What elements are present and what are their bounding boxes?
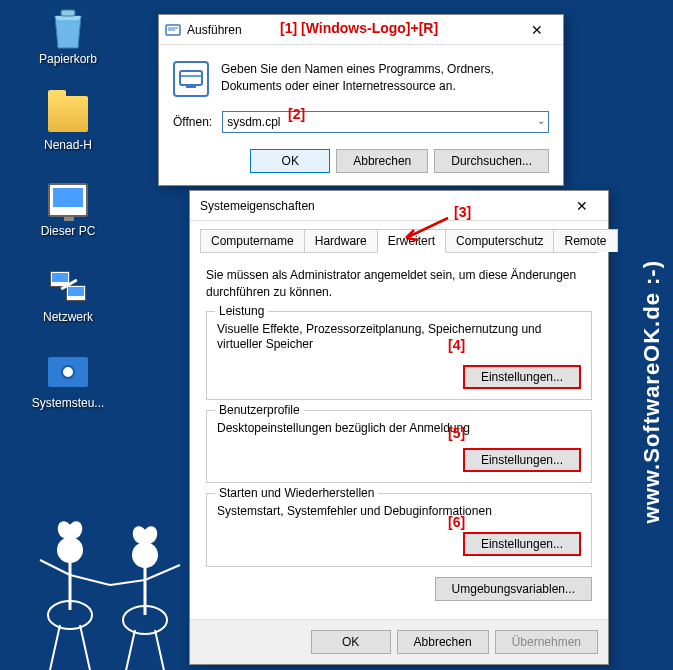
tab-computername[interactable]: Computername bbox=[200, 229, 305, 252]
pc-icon bbox=[48, 180, 88, 220]
cartoon-figures bbox=[20, 510, 210, 670]
startup-desc: Systemstart, Systemfehler und Debuginfor… bbox=[217, 504, 581, 520]
close-button[interactable]: ✕ bbox=[562, 192, 602, 220]
open-label: Öffnen: bbox=[173, 115, 212, 129]
run-window-icon bbox=[165, 22, 181, 38]
system-properties-dialog: Systemeigenschaften ✕ Computername Hardw… bbox=[189, 190, 609, 665]
performance-legend: Leistung bbox=[215, 304, 268, 318]
apply-button[interactable]: Übernehmen bbox=[495, 630, 598, 654]
run-dialog: Ausführen ✕ Geben Sie den Namen eines Pr… bbox=[158, 14, 564, 186]
ok-button[interactable]: OK bbox=[311, 630, 391, 654]
svg-point-3 bbox=[58, 538, 82, 562]
groupbox-startup-recovery: Starten und Wiederherstellen Systemstart… bbox=[206, 493, 592, 567]
performance-settings-button[interactable]: Einstellungen... bbox=[463, 365, 581, 389]
browse-button[interactable]: Durchsuchen... bbox=[434, 149, 549, 173]
desktop-label: Nenad-H bbox=[28, 138, 108, 152]
startup-legend: Starten und Wiederherstellen bbox=[215, 486, 378, 500]
env-variables-button[interactable]: Umgebungsvariablen... bbox=[435, 577, 592, 601]
sys-titlebar[interactable]: Systemeigenschaften ✕ bbox=[190, 191, 608, 221]
profiles-legend: Benutzerprofile bbox=[215, 403, 304, 417]
tab-remote[interactable]: Remote bbox=[553, 229, 617, 252]
ok-button[interactable]: OK bbox=[250, 149, 330, 173]
run-title: Ausführen bbox=[187, 23, 517, 37]
groupbox-user-profiles: Benutzerprofile Desktopeinstellungen bez… bbox=[206, 410, 592, 484]
profiles-desc: Desktopeinstellungen bezüglich der Anmel… bbox=[217, 421, 581, 437]
watermark: www.SoftwareOK.de :-) bbox=[639, 260, 665, 523]
desktop-icon-recycle-bin[interactable]: Papierkorb bbox=[28, 8, 108, 66]
tab-hardware[interactable]: Hardware bbox=[304, 229, 378, 252]
sys-title: Systemeigenschaften bbox=[196, 199, 562, 213]
folder-icon bbox=[48, 94, 88, 134]
svg-point-7 bbox=[133, 543, 157, 567]
cancel-button[interactable]: Abbrechen bbox=[397, 630, 489, 654]
desktop-label: Systemsteu... bbox=[28, 396, 108, 410]
groupbox-performance: Leistung Visuelle Effekte, Prozessorzeit… bbox=[206, 311, 592, 400]
admin-note: Sie müssen als Administrator angemeldet … bbox=[206, 267, 592, 301]
desktop-icon-network[interactable]: Netzwerk bbox=[28, 266, 108, 324]
desktop-icon-this-pc[interactable]: Dieser PC bbox=[28, 180, 108, 238]
run-description: Geben Sie den Namen eines Programms, Ord… bbox=[221, 61, 549, 97]
tab-protection[interactable]: Computerschutz bbox=[445, 229, 554, 252]
close-button[interactable]: ✕ bbox=[517, 16, 557, 44]
svg-rect-0 bbox=[61, 10, 75, 16]
desktop-icon-folder[interactable]: Nenad-H bbox=[28, 94, 108, 152]
tabs: Computername Hardware Erweitert Computer… bbox=[200, 229, 598, 253]
startup-settings-button[interactable]: Einstellungen... bbox=[463, 532, 581, 556]
profiles-settings-button[interactable]: Einstellungen... bbox=[463, 448, 581, 472]
recycle-bin-icon bbox=[48, 8, 88, 48]
open-combobox[interactable]: ⌄ bbox=[222, 111, 549, 133]
cancel-button[interactable]: Abbrechen bbox=[336, 149, 428, 173]
desktop-label: Dieser PC bbox=[28, 224, 108, 238]
run-titlebar[interactable]: Ausführen ✕ bbox=[159, 15, 563, 45]
desktop-label: Papierkorb bbox=[28, 52, 108, 66]
desktop-label: Netzwerk bbox=[28, 310, 108, 324]
open-input[interactable] bbox=[222, 111, 549, 133]
control-panel-icon bbox=[48, 352, 88, 392]
network-icon bbox=[48, 266, 88, 306]
desktop-icon-control-panel[interactable]: Systemsteu... bbox=[28, 352, 108, 410]
tab-advanced[interactable]: Erweitert bbox=[377, 229, 446, 253]
run-program-icon bbox=[173, 61, 209, 97]
svg-rect-2 bbox=[180, 71, 202, 85]
performance-desc: Visuelle Effekte, Prozessorzeitplanung, … bbox=[217, 322, 581, 353]
